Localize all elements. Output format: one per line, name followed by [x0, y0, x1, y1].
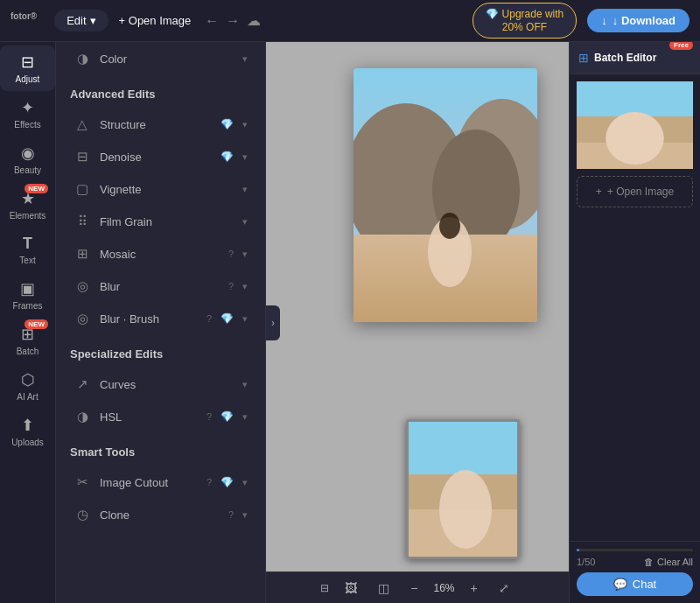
chevron-down-icon: ▾	[90, 14, 96, 27]
smart-tools-header: Smart Tools	[56, 433, 265, 466]
tool-clone[interactable]: ◷ Clone ? ▾	[61, 499, 260, 530]
chevron-icon: ▾	[242, 281, 248, 292]
canvas-background: ›	[266, 42, 569, 603]
chevron-icon: ▾	[242, 119, 248, 130]
sidebar-label-ai-art: AI Art	[17, 392, 38, 402]
cloud-button[interactable]: ☁	[247, 12, 261, 29]
edit-label: Edit	[66, 14, 86, 27]
thumbnail-photo	[406, 419, 520, 559]
minus-icon: −	[410, 581, 417, 595]
premium-gem-icon: 💎	[220, 410, 234, 423]
download-icon: ↓	[601, 14, 607, 27]
sidebar-label-frames: Frames	[13, 301, 43, 311]
clear-all-label: Clear All	[657, 557, 693, 567]
tool-film-grain[interactable]: ⠿ Film Grain ▾	[61, 206, 260, 237]
structure-label: Structure	[100, 118, 212, 131]
tool-sidebar: ◑ Color ▾ Advanced Edits △ Structure 💎 ▾…	[56, 42, 266, 603]
clear-all-button[interactable]: 🗑 Clear All	[644, 557, 693, 567]
help-icon: ?	[228, 509, 234, 520]
sidebar-item-uploads[interactable]: ⬆ Uploads	[0, 409, 55, 454]
help-icon: ?	[228, 281, 234, 291]
clone-label: Clone	[100, 508, 220, 522]
upgrade-line2: 20% OFF	[502, 21, 547, 33]
sidebar-item-elements[interactable]: NEW ★ Elements	[0, 182, 55, 228]
chevron-icon: ▾	[242, 216, 248, 228]
upgrade-line1: Upgrade with	[502, 8, 564, 20]
premium-gem-icon: 💎	[220, 118, 234, 130]
chevron-icon: ▾	[242, 184, 248, 195]
compare-btn[interactable]: ◫	[373, 578, 395, 599]
tool-mosaic[interactable]: ⊞ Mosaic ? ▾	[61, 238, 260, 270]
sidebar-label-batch: Batch	[17, 347, 39, 356]
chevron-icon: ▾	[242, 509, 248, 521]
tool-structure[interactable]: △ Structure 💎 ▾	[61, 109, 260, 140]
batch-editor-icon: ⊞	[578, 51, 589, 65]
tool-image-cutout[interactable]: ✂ Image Cutout ? 💎 ▾	[61, 466, 260, 498]
edit-button[interactable]: Edit ▾	[54, 10, 108, 32]
help-icon: ?	[206, 411, 212, 422]
open-image-plus-button[interactable]: + + Open Image	[577, 176, 693, 207]
cutout-icon: ✂	[74, 474, 91, 490]
film-grain-icon: ⠿	[74, 214, 91, 229]
mosaic-icon: ⊞	[74, 246, 91, 262]
sidebar-label-uploads: Uploads	[11, 438, 44, 447]
redo-button[interactable]: →	[226, 13, 240, 29]
main-layout: ⊟ Adjust ✦ Effects ◉ Beauty NEW ★ Elemen…	[0, 42, 700, 603]
open-image-label: + Open Image	[119, 14, 192, 27]
batch-editor-title: Batch Editor	[594, 52, 656, 64]
hsl-label: HSL	[100, 410, 198, 424]
image-icon-btn[interactable]: 🖼	[340, 578, 362, 599]
chevron-icon: ▾	[242, 151, 248, 163]
open-image-button[interactable]: + Open Image	[119, 14, 192, 27]
zoom-in-button[interactable]: +	[466, 578, 483, 599]
image-cutout-label: Image Cutout	[100, 476, 198, 489]
svg-rect-12	[577, 81, 693, 116]
fit-button[interactable]: ⤢	[494, 578, 514, 599]
help-icon: ?	[206, 477, 212, 487]
blur-label: Blur	[100, 280, 220, 293]
tool-denoise[interactable]: ⊟ Denoise 💎 ▾	[61, 141, 260, 172]
download-label: ↓ Download	[612, 14, 676, 27]
chat-label: Chat	[633, 578, 656, 591]
tool-hsl[interactable]: ◑ HSL ? 💎 ▾	[61, 401, 260, 432]
right-panel-footer: 1/50 🗑 Clear All 💬 Chat	[570, 541, 700, 603]
batch-image-grid: + + Open Image	[570, 74, 700, 541]
footer-row: 1/50 🗑 Clear All	[577, 557, 693, 567]
frames-icon: ▣	[20, 279, 35, 298]
upgrade-button[interactable]: 💎 Upgrade with 20% OFF	[472, 3, 578, 39]
chat-button[interactable]: 💬 Chat	[577, 572, 693, 596]
advanced-edits-header: Advanced Edits	[56, 75, 265, 108]
tool-blur[interactable]: ◎ Blur ? ▾	[61, 270, 260, 302]
beauty-icon: ◉	[21, 144, 35, 163]
color-label: Color	[100, 53, 234, 66]
vignette-label: Vignette	[100, 183, 234, 196]
free-badge: Free	[669, 42, 693, 50]
chevron-icon: ▾	[242, 249, 248, 260]
premium-gem-icon: 💎	[220, 151, 234, 163]
sidebar-item-batch[interactable]: NEW ⊞ Batch	[0, 318, 55, 363]
sidebar-item-text[interactable]: T Text	[0, 228, 55, 272]
undo-button[interactable]: ←	[205, 13, 219, 29]
plus-icon: +	[471, 581, 478, 595]
sidebar-item-effects[interactable]: ✦ Effects	[0, 91, 55, 137]
download-button[interactable]: ↓ ↓ Download	[587, 9, 690, 32]
tool-color[interactable]: ◑ Color ▾	[61, 43, 260, 74]
svg-rect-8	[409, 422, 520, 474]
tool-blur-brush[interactable]: ◎ Blur · Brush ? 💎 ▾	[61, 303, 260, 334]
sidebar-item-adjust[interactable]: ⊟ Adjust	[0, 46, 55, 91]
sidebar-item-ai-art[interactable]: ⬡ AI Art	[0, 363, 55, 409]
zoom-out-button[interactable]: −	[405, 578, 423, 599]
ai-art-icon: ⬡	[21, 370, 35, 389]
collapse-handle[interactable]: ›	[266, 305, 280, 340]
batch-thumbnail-1[interactable]	[577, 81, 693, 169]
blur-brush-icon: ◎	[74, 311, 91, 326]
sidebar-item-frames[interactable]: ▣ Frames	[0, 272, 55, 318]
progress-bar-container	[577, 549, 693, 551]
sidebar-item-beauty[interactable]: ◉ Beauty	[0, 137, 55, 182]
tool-vignette[interactable]: ▢ Vignette ▾	[61, 173, 260, 205]
svg-point-14	[606, 112, 664, 165]
sidebar-label-text: Text	[19, 256, 35, 265]
chevron-icon: ▾	[242, 477, 248, 488]
open-image-label: + Open Image	[607, 186, 674, 198]
tool-curves[interactable]: ↗ Curves ▾	[61, 368, 260, 400]
